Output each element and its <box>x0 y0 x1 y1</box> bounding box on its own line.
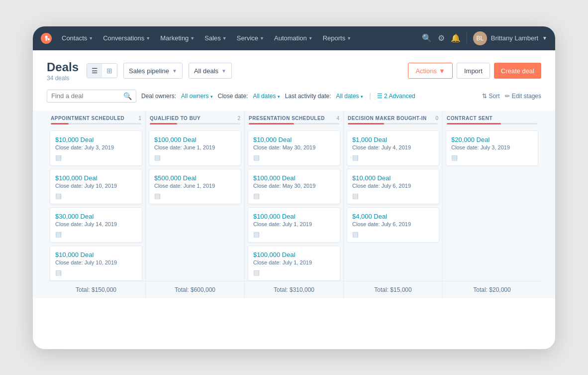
col-cards-presentation-scheduled: $10,000 Deal Close date: May 30, 2019 ▤ … <box>245 127 343 281</box>
deal-amount: $100,000 Deal <box>253 174 335 182</box>
nav-user[interactable]: BL Brittany Lambert ▼ <box>473 31 547 45</box>
deal-date: Close date: July 1, 2019 <box>253 221 335 227</box>
col-header-presentation-scheduled: PRESENTATION SCHEDULED 4 <box>245 111 343 127</box>
col-cards-decision-maker-bought-in: $1,000 Deal Close date: July 4, 2019 ▤ $… <box>344 127 442 281</box>
deal-card[interactable]: $100,000 Deal Close date: June 1, 2019 ▤ <box>149 130 241 166</box>
nav-automation-caret: ▼ <box>308 36 313 41</box>
nav-service-caret: ▼ <box>260 36 264 41</box>
import-button[interactable]: Import <box>457 63 490 79</box>
col-total-contract-sent: Total: $20,000 <box>443 281 541 298</box>
deal-card[interactable]: $4,000 Deal Close date: July 6, 2019 ▤ <box>347 207 439 243</box>
nav-marketing[interactable]: Marketing ▼ <box>156 32 198 44</box>
nav-contacts[interactable]: Contacts ▼ <box>58 32 97 44</box>
deal-document-icon: ▤ <box>55 192 137 200</box>
advanced-filter-link[interactable]: ☰ 2 Advanced <box>377 93 415 100</box>
col-title-appointment-scheduled: APPOINTMENT SCHEDULED <box>51 116 124 121</box>
hubspot-logo <box>41 33 52 44</box>
nav-marketing-caret: ▼ <box>190 36 195 41</box>
nav-reports-caret: ▼ <box>347 36 351 41</box>
col-header-decision-maker-bought-in: DECISION MAKER BOUGHT-IN 0 <box>344 111 442 127</box>
deal-date: Close date: June 1, 2019 <box>154 183 236 189</box>
create-deal-button[interactable]: Create deal <box>494 63 541 79</box>
deal-date: Close date: May 30, 2019 <box>253 183 335 189</box>
close-date-value[interactable]: All dates ▾ <box>253 93 280 100</box>
kanban-col-qualified-to-buy: QUALIFIED TO BUY 2 $100,000 Deal Close d… <box>146 111 245 298</box>
svg-point-1 <box>45 35 48 38</box>
settings-icon[interactable]: ⚙ <box>438 33 445 43</box>
deal-card[interactable]: $100,000 Deal Close date: July 1, 2019 ▤ <box>248 207 340 243</box>
deal-date: Close date: July 4, 2019 <box>352 144 434 150</box>
deal-card[interactable]: $10,000 Deal Close date: July 6, 2019 ▤ <box>347 169 439 204</box>
deal-amount: $10,000 Deal <box>253 136 335 143</box>
col-bar-fill-decision-maker-bought-in <box>348 123 384 125</box>
page-subtitle: 34 deals <box>47 75 79 82</box>
deal-document-icon: ▤ <box>55 153 137 161</box>
filter-divider: | <box>369 92 371 101</box>
deal-card[interactable]: $100,000 Deal Close date: July 1, 2019 ▤ <box>248 246 340 281</box>
kanban-col-contract-sent: CONTRACT SENT $20,000 Deal Close date: J… <box>443 111 541 298</box>
deal-document-icon: ▤ <box>253 153 335 161</box>
deal-date: Close date: July 6, 2019 <box>352 183 434 189</box>
list-view-button[interactable]: ☰ <box>87 64 102 78</box>
pipeline-dropdown[interactable]: Sales pipeline ▼ <box>123 63 183 79</box>
col-bar-fill-appointment-scheduled <box>51 123 69 125</box>
col-count-presentation-scheduled: 4 <box>336 116 339 121</box>
activity-date-value[interactable]: All dates ▾ <box>336 93 363 100</box>
actions-button[interactable]: Actions ▼ <box>408 63 453 79</box>
col-title-qualified-to-buy: QUALIFIED TO BUY <box>150 116 200 121</box>
search-icon: 🔍 <box>123 92 132 100</box>
deal-card[interactable]: $1,000 Deal Close date: July 4, 2019 ▤ <box>347 130 439 166</box>
search-icon[interactable]: 🔍 <box>422 33 432 43</box>
deal-card[interactable]: $100,000 Deal Close date: July 10, 2019 … <box>50 169 142 204</box>
deal-card[interactable]: $10,000 Deal Close date: May 30, 2019 ▤ <box>248 130 340 166</box>
deal-card[interactable]: $500,000 Deal Close date: June 1, 2019 ▤ <box>149 169 241 204</box>
close-date-label: Close date: <box>218 93 248 100</box>
deal-card[interactable]: $10,000 Deal Close date: July 3, 2019 ▤ <box>50 130 142 166</box>
activity-date-label: Last activity date: <box>285 93 331 100</box>
nav-reports[interactable]: Reports ▼ <box>319 32 355 44</box>
col-total-decision-maker-bought-in: Total: $15,000 <box>344 281 442 298</box>
col-bar-fill-presentation-scheduled <box>249 123 294 125</box>
deal-date: Close date: July 3, 2019 <box>55 144 137 150</box>
col-count-appointment-scheduled: 1 <box>138 116 141 121</box>
deals-filter-dropdown[interactable]: All deals ▼ <box>189 63 232 79</box>
deal-card[interactable]: $20,000 Deal Close date: July 3, 2019 ▤ <box>446 130 538 166</box>
col-cards-appointment-scheduled: $10,000 Deal Close date: July 3, 2019 ▤ … <box>47 127 145 281</box>
search-box[interactable]: 🔍 <box>47 90 136 103</box>
notifications-icon[interactable]: 🔔 <box>451 33 461 43</box>
deal-document-icon: ▤ <box>154 153 236 161</box>
avatar: BL <box>473 31 487 45</box>
page-header: Deals 34 deals ☰ ⊞ Sales pipeline ▼ All … <box>47 60 541 82</box>
kanban-col-decision-maker-bought-in: DECISION MAKER BOUGHT-IN 0 $1,000 Deal C… <box>344 111 443 298</box>
nav-sales[interactable]: Sales ▼ <box>200 32 230 44</box>
nav-divider <box>467 32 467 44</box>
col-bar-track-appointment-scheduled <box>51 123 141 125</box>
deal-amount: $1,000 Deal <box>352 136 434 143</box>
col-header-qualified-to-buy: QUALIFIED TO BUY 2 <box>146 111 244 127</box>
nav-contacts-caret: ▼ <box>89 36 93 41</box>
col-count-qualified-to-buy: 2 <box>237 116 240 121</box>
sort-button[interactable]: ⇅ Sort <box>482 93 500 100</box>
search-input[interactable] <box>51 92 123 100</box>
deal-amount: $500,000 Deal <box>154 174 236 182</box>
grid-view-button[interactable]: ⊞ <box>102 64 117 78</box>
deal-amount: $4,000 Deal <box>352 213 434 220</box>
nav-conversations[interactable]: Conversations ▼ <box>99 32 154 44</box>
advanced-filter-icon: ☰ <box>377 93 383 100</box>
nav-service[interactable]: Service ▼ <box>233 32 268 44</box>
nav-sales-caret: ▼ <box>222 36 227 41</box>
nav-automation[interactable]: Automation ▼ <box>270 32 317 44</box>
header-actions: Actions ▼ Import Create deal <box>408 63 541 79</box>
owners-filter-label: Deal owners: <box>141 93 176 100</box>
edit-stages-button[interactable]: ✏ Edit stages <box>505 93 541 100</box>
nav-icons: 🔍 ⚙ 🔔 <box>422 33 461 43</box>
owners-filter-value[interactable]: All owners ▾ <box>181 93 213 100</box>
col-bar-track-decision-maker-bought-in <box>348 123 438 125</box>
deal-card[interactable]: $100,000 Deal Close date: May 30, 2019 ▤ <box>248 169 340 204</box>
deal-card[interactable]: $30,000 Deal Close date: July 14, 2019 ▤ <box>50 207 142 243</box>
deal-card[interactable]: $10,000 Deal Close date: July 10, 2019 ▤ <box>50 246 142 281</box>
deal-date: Close date: July 3, 2019 <box>451 144 533 150</box>
deal-amount: $30,000 Deal <box>55 213 137 220</box>
main-content: Deals 34 deals ☰ ⊞ Sales pipeline ▼ All … <box>33 50 555 349</box>
kanban-board: APPOINTMENT SCHEDULED 1 $10,000 Deal Clo… <box>33 111 555 298</box>
